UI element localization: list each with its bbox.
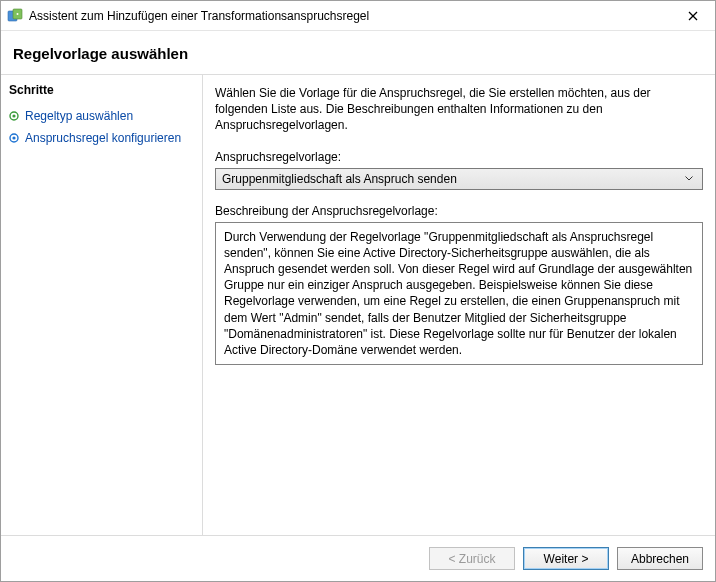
body: Schritte Regeltyp auswählen A [1, 75, 715, 535]
wizard-window: Assistent zum Hinzufügen einer Transform… [0, 0, 716, 582]
page-header: Regelvorlage auswählen [1, 31, 715, 75]
description-text: Durch Verwendung der Regelvorlage "Grupp… [224, 230, 692, 357]
intro-text: Wählen Sie die Vorlage für die Anspruchs… [215, 85, 703, 134]
cancel-button-label: Abbrechen [631, 552, 689, 566]
back-button-label: < Zurück [448, 552, 495, 566]
step-current-icon [9, 133, 19, 143]
template-dropdown[interactable]: Gruppenmitgliedschaft als Anspruch sende… [215, 168, 703, 190]
steps-pane: Schritte Regeltyp auswählen A [1, 75, 203, 535]
cancel-button[interactable]: Abbrechen [617, 547, 703, 570]
next-button-label: Weiter > [544, 552, 589, 566]
template-selected-value: Gruppenmitgliedschaft als Anspruch sende… [222, 172, 457, 186]
step-item-configure-rule[interactable]: Anspruchsregel konfigurieren [9, 127, 194, 149]
content-pane: Wählen Sie die Vorlage für die Anspruchs… [203, 75, 715, 535]
step-label: Anspruchsregel konfigurieren [25, 131, 181, 145]
page-title: Regelvorlage auswählen [13, 45, 703, 62]
back-button: < Zurück [429, 547, 515, 570]
window-title: Assistent zum Hinzufügen einer Transform… [29, 9, 670, 23]
svg-point-2 [17, 13, 19, 15]
step-item-rule-type[interactable]: Regeltyp auswählen [9, 105, 194, 127]
chevron-down-icon [680, 169, 698, 189]
description-box: Durch Verwendung der Regelvorlage "Grupp… [215, 222, 703, 366]
step-label: Regeltyp auswählen [25, 109, 133, 123]
svg-point-6 [12, 114, 15, 117]
template-label: Anspruchsregelvorlage: [215, 150, 703, 164]
description-label: Beschreibung der Anspruchsregelvorlage: [215, 204, 703, 218]
steps-title: Schritte [9, 83, 194, 97]
next-button[interactable]: Weiter > [523, 547, 609, 570]
svg-point-8 [12, 136, 15, 139]
close-icon [688, 11, 698, 21]
titlebar: Assistent zum Hinzufügen einer Transform… [1, 1, 715, 31]
close-button[interactable] [670, 1, 715, 30]
step-done-icon [9, 111, 19, 121]
footer: < Zurück Weiter > Abbrechen [1, 535, 715, 581]
app-icon [7, 8, 23, 24]
